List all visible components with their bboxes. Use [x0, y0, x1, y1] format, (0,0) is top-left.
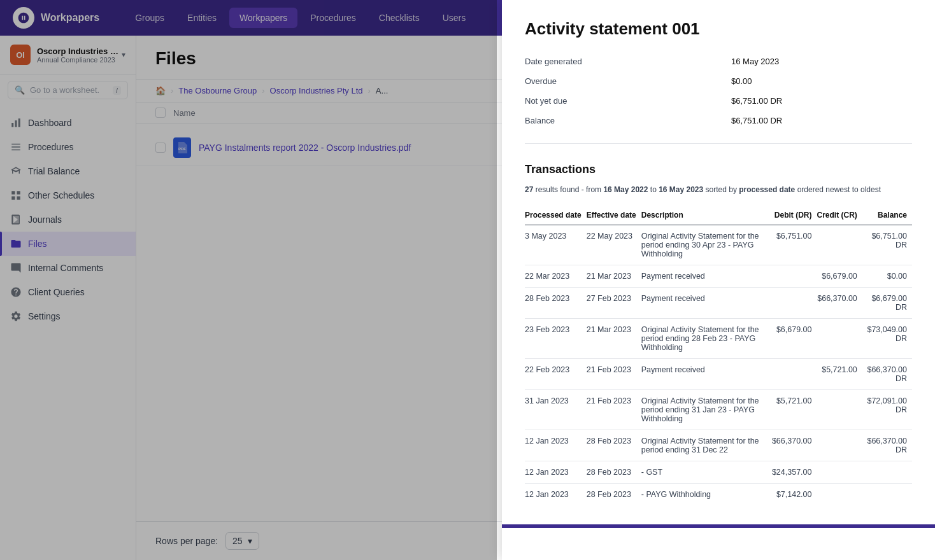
cell-credit	[817, 461, 862, 484]
cell-description: - PAYG Withholding	[641, 484, 772, 506]
cell-processed-date: 22 Mar 2023	[525, 265, 587, 288]
cell-processed-date: 12 Jan 2023	[525, 430, 587, 461]
cell-processed-date: 22 Feb 2023	[525, 359, 587, 390]
cell-effective-date: 28 Feb 2023	[587, 484, 641, 506]
col-balance: Balance	[862, 206, 912, 225]
cell-description: Original Activity Statement for the peri…	[641, 319, 772, 359]
cell-effective-date: 21 Mar 2023	[587, 319, 641, 359]
cell-debit: $6,679.00	[772, 319, 817, 359]
right-panel: Activity statement 001 Date generated 16…	[502, 0, 935, 560]
cell-credit: $6,679.00	[817, 265, 862, 288]
table-row: 22 Mar 2023 21 Mar 2023 Payment received…	[525, 265, 912, 288]
cell-description: - GST	[641, 461, 772, 484]
col-description: Description	[641, 206, 772, 225]
table-row: 31 Jan 2023 21 Feb 2023 Original Activit…	[525, 390, 912, 430]
not-yet-due-value: $6,751.00 DR	[731, 94, 912, 108]
col-processed-date: Processed date	[525, 206, 587, 225]
cell-effective-date: 21 Feb 2023	[587, 359, 641, 390]
overdue-value: $0.00	[731, 74, 912, 88]
cell-balance: $73,049.00 DR	[862, 319, 912, 359]
cell-description: Payment received	[641, 265, 772, 288]
table-row: 23 Feb 2023 21 Mar 2023 Original Activit…	[525, 319, 912, 359]
cell-debit: $6,751.00	[772, 225, 817, 265]
col-debit: Debit (DR)	[772, 206, 817, 225]
cell-balance: $6,679.00 DR	[862, 288, 912, 319]
cell-debit	[772, 265, 817, 288]
col-credit: Credit (CR)	[817, 206, 862, 225]
balance-label: Balance	[525, 113, 706, 128]
cell-credit	[817, 484, 862, 506]
cell-balance	[862, 461, 912, 484]
cell-description: Original Activity Statement for the peri…	[641, 225, 772, 265]
results-note: 27 results found - from 16 May 2022 to 1…	[525, 184, 912, 195]
table-row: 12 Jan 2023 28 Feb 2023 Original Activit…	[525, 430, 912, 461]
table-body: 3 May 2023 22 May 2023 Original Activity…	[525, 225, 912, 506]
cell-debit	[772, 359, 817, 390]
overlay-dim[interactable]	[0, 0, 497, 560]
cell-balance: $66,370.00 DR	[862, 359, 912, 390]
cell-balance	[862, 484, 912, 506]
panel-content: Activity statement 001 Date generated 16…	[502, 0, 935, 524]
table-head: Processed date Effective date Descriptio…	[525, 206, 912, 225]
overdue-label: Overdue	[525, 74, 706, 88]
date-generated-value: 16 May 2023	[731, 54, 912, 69]
cell-processed-date: 23 Feb 2023	[525, 319, 587, 359]
cell-credit	[817, 430, 862, 461]
cell-debit: $5,721.00	[772, 390, 817, 430]
cell-effective-date: 27 Feb 2023	[587, 288, 641, 319]
cell-processed-date: 31 Jan 2023	[525, 390, 587, 430]
cell-debit: $24,357.00	[772, 461, 817, 484]
cell-description: Payment received	[641, 288, 772, 319]
cell-balance: $6,751.00 DR	[862, 225, 912, 265]
table-row: 28 Feb 2023 27 Feb 2023 Payment received…	[525, 288, 912, 319]
cell-processed-date: 3 May 2023	[525, 225, 587, 265]
cell-effective-date: 28 Feb 2023	[587, 430, 641, 461]
cell-credit	[817, 225, 862, 265]
cell-debit	[772, 288, 817, 319]
cell-processed-date: 28 Feb 2023	[525, 288, 587, 319]
date-generated-label: Date generated	[525, 54, 706, 69]
balance-value: $6,751.00 DR	[731, 113, 912, 128]
cell-debit: $7,142.00	[772, 484, 817, 506]
cell-balance: $0.00	[862, 265, 912, 288]
cell-effective-date: 28 Feb 2023	[587, 461, 641, 484]
cell-credit: $5,721.00	[817, 359, 862, 390]
cell-description: Payment received	[641, 359, 772, 390]
not-yet-due-label: Not yet due	[525, 94, 706, 108]
table-row: 3 May 2023 22 May 2023 Original Activity…	[525, 225, 912, 265]
cell-credit	[817, 390, 862, 430]
cell-processed-date: 12 Jan 2023	[525, 461, 587, 484]
cell-processed-date: 12 Jan 2023	[525, 484, 587, 506]
panel-bottom-bar	[502, 524, 935, 528]
table-row: 12 Jan 2023 28 Feb 2023 - GST $24,357.00	[525, 461, 912, 484]
transactions-section-title: Transactions	[525, 163, 912, 176]
cell-description: Original Activity Statement for the peri…	[641, 430, 772, 461]
table-header-row: Processed date Effective date Descriptio…	[525, 206, 912, 225]
cell-balance: $66,370.00 DR	[862, 430, 912, 461]
cell-effective-date: 21 Mar 2023	[587, 265, 641, 288]
transactions-table: Processed date Effective date Descriptio…	[525, 206, 912, 505]
table-row: 22 Feb 2023 21 Feb 2023 Payment received…	[525, 359, 912, 390]
col-effective-date: Effective date	[587, 206, 641, 225]
summary-grid: Date generated 16 May 2023 Overdue $0.00…	[525, 54, 912, 144]
cell-credit: $66,370.00	[817, 288, 862, 319]
cell-debit: $66,370.00	[772, 430, 817, 461]
panel-title: Activity statement 001	[525, 19, 912, 39]
cell-effective-date: 22 May 2023	[587, 225, 641, 265]
table-row: 12 Jan 2023 28 Feb 2023 - PAYG Withholdi…	[525, 484, 912, 506]
cell-credit	[817, 319, 862, 359]
cell-balance: $72,091.00 DR	[862, 390, 912, 430]
cell-description: Original Activity Statement for the peri…	[641, 390, 772, 430]
cell-effective-date: 21 Feb 2023	[587, 390, 641, 430]
